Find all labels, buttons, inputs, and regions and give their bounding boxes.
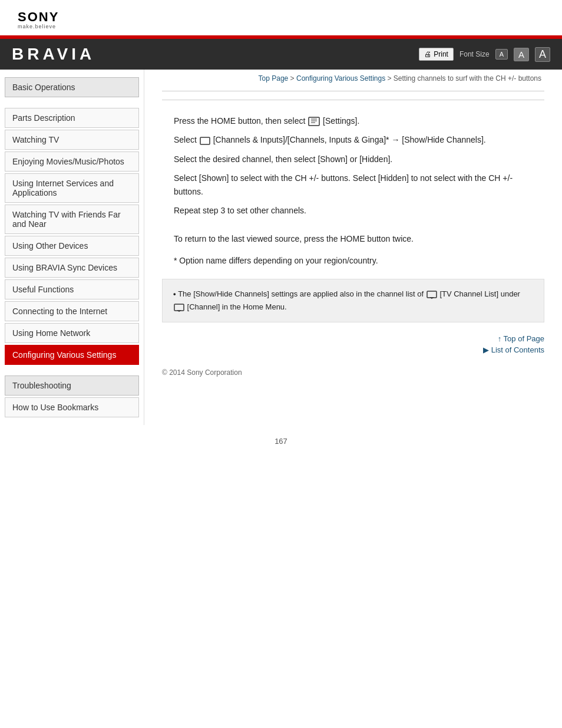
- breadcrumb-current: Setting channels to surf with the CH +/-…: [394, 74, 541, 83]
- content-area: Top Page > Configuring Various Settings …: [144, 70, 562, 425]
- sidebar-item-internet-services[interactable]: Using Internet Services and Applications: [5, 173, 139, 203]
- sidebar-item-home-network[interactable]: Using Home Network: [5, 323, 139, 343]
- sidebar-item-parts-description[interactable]: Parts Description: [5, 108, 139, 128]
- step-2: Select [Channels & Inputs]/[Channels, In…: [174, 133, 533, 146]
- top-of-page-link[interactable]: Top of Page: [162, 334, 544, 343]
- font-large-button[interactable]: A: [535, 47, 550, 62]
- font-medium-button[interactable]: A: [514, 48, 529, 61]
- sidebar-item-other-devices[interactable]: Using Other Devices: [5, 236, 139, 256]
- sony-logo: SONY: [18, 11, 544, 24]
- list-of-contents-link[interactable]: List of Contents: [162, 345, 544, 354]
- font-size-label: Font Size: [459, 50, 490, 58]
- sidebar-item-how-to-use[interactable]: How to Use Bookmarks: [5, 397, 139, 417]
- breadcrumb-sep1: >: [288, 74, 296, 83]
- breadcrumb-configuring[interactable]: Configuring Various Settings: [296, 74, 385, 83]
- svg-rect-5: [427, 291, 437, 298]
- sidebar-item-connecting-internet[interactable]: Connecting to the Internet: [5, 301, 139, 321]
- sidebar-item-configuring-settings[interactable]: Configuring Various Settings: [5, 345, 139, 365]
- asterisk-note: * Option name differs depending on your …: [162, 252, 544, 269]
- sidebar-item-watching-tv[interactable]: Watching TV: [5, 130, 139, 150]
- svg-rect-0: [309, 117, 319, 126]
- svg-rect-4: [200, 137, 210, 144]
- breadcrumb: Top Page > Configuring Various Settings …: [162, 74, 544, 83]
- main-layout: Basic Operations Parts Description Watch…: [0, 70, 562, 425]
- sony-logo-area: SONY make.believe: [0, 0, 562, 35]
- step-1: Press the HOME button, then select [Sett…: [174, 114, 533, 127]
- sidebar-item-watching-friends[interactable]: Watching TV with Friends Far and Near: [5, 205, 139, 234]
- sony-tagline: make.believe: [18, 24, 544, 29]
- tip-box: The [Show/Hide Channels] settings are ap…: [162, 279, 544, 322]
- sidebar-item-enjoying-movies[interactable]: Enjoying Movies/Music/Photos: [5, 151, 139, 172]
- sidebar: Basic Operations Parts Description Watch…: [0, 70, 144, 425]
- tip-item: The [Show/Hide Channels] settings are ap…: [173, 288, 533, 314]
- sidebar-item-useful-functions[interactable]: Useful Functions: [5, 279, 139, 299]
- step-5: Repeat step 3 to set other channels.: [174, 204, 533, 217]
- footer-links: Top of Page List of Contents: [162, 322, 544, 363]
- channel-icon: [200, 137, 210, 145]
- copyright: © 2014 Sony Corporation: [162, 363, 544, 380]
- print-icon: 🖨: [424, 50, 431, 58]
- header-bar: BRAVIA 🖨 Print Font Size A A A: [0, 39, 562, 70]
- print-button[interactable]: 🖨 Print: [419, 48, 454, 61]
- print-label: Print: [434, 50, 448, 58]
- font-small-button[interactable]: A: [495, 49, 508, 60]
- steps-section: Press the HOME button, then select [Sett…: [162, 108, 544, 229]
- settings-icon: [308, 117, 320, 126]
- sidebar-item-bravia-sync[interactable]: Using BRAVIA Sync Devices: [5, 258, 139, 278]
- toolbar-right: 🖨 Print Font Size A A A: [419, 47, 550, 62]
- sidebar-item-troubleshooting[interactable]: Troubleshooting: [5, 375, 139, 396]
- channel-home-icon: [174, 304, 184, 312]
- breadcrumb-top-page[interactable]: Top Page: [259, 74, 289, 83]
- hr-top2: [162, 100, 544, 100]
- breadcrumb-sep2: >: [385, 74, 394, 83]
- bravia-title: BRAVIA: [12, 45, 95, 64]
- svg-rect-8: [174, 304, 184, 311]
- sidebar-item-basic-operations[interactable]: Basic Operations: [5, 77, 139, 97]
- tv-channel-icon: [427, 291, 437, 299]
- note-paragraph: To return to the last viewed source, pre…: [162, 232, 544, 245]
- step-3: Select the desired channel, then select …: [174, 153, 533, 166]
- step-4: Select [Shown] to select with the CH +/-…: [174, 172, 533, 198]
- hr-top: [162, 91, 544, 91]
- page-number: 167: [0, 425, 562, 452]
